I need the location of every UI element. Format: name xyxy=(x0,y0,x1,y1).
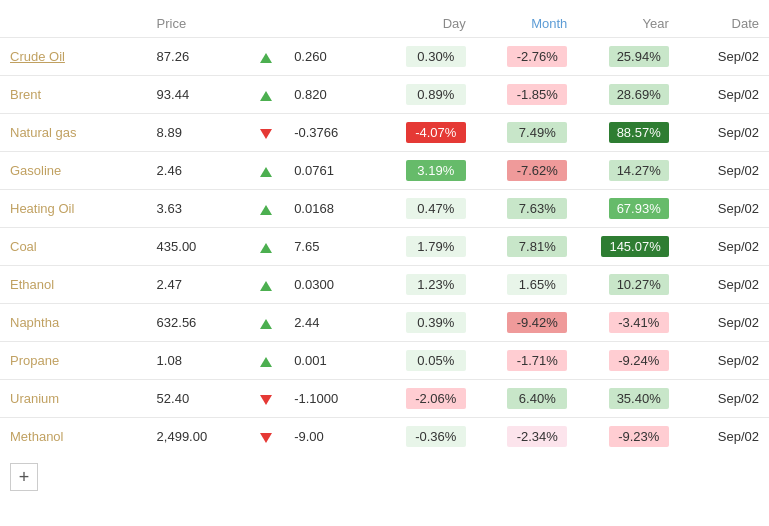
commodity-price: 2,499.00 xyxy=(147,418,248,456)
commodity-name: Coal xyxy=(0,228,147,266)
commodity-price: 2.46 xyxy=(147,152,248,190)
arrow-up-icon xyxy=(260,167,272,177)
commodity-month: -2.34% xyxy=(476,418,577,456)
arrow-down-icon xyxy=(260,129,272,139)
arrow-up-icon xyxy=(260,357,272,367)
table-row: Brent93.440.8200.89%-1.85%28.69%Sep/02 xyxy=(0,76,769,114)
commodity-price: 93.44 xyxy=(147,76,248,114)
header-month: Month xyxy=(476,10,577,38)
arrow-down-icon xyxy=(260,395,272,405)
commodity-change: 0.820 xyxy=(284,76,374,114)
header-name xyxy=(0,10,147,38)
table-row: Uranium52.40-1.1000-2.06%6.40%35.40%Sep/… xyxy=(0,380,769,418)
commodity-year: -9.23% xyxy=(577,418,678,456)
header-change xyxy=(284,10,374,38)
commodity-date: Sep/02 xyxy=(679,152,769,190)
commodity-arrow xyxy=(248,38,284,76)
commodity-day: 3.19% xyxy=(374,152,475,190)
table-row: Naphtha632.562.440.39%-9.42%-3.41%Sep/02 xyxy=(0,304,769,342)
commodity-day: 1.23% xyxy=(374,266,475,304)
commodity-name[interactable]: Crude Oil xyxy=(0,38,147,76)
commodity-day: 0.89% xyxy=(374,76,475,114)
commodity-arrow xyxy=(248,114,284,152)
commodity-change: 7.65 xyxy=(284,228,374,266)
commodity-name: Uranium xyxy=(0,380,147,418)
table-row: Gasoline2.460.07613.19%-7.62%14.27%Sep/0… xyxy=(0,152,769,190)
commodity-day: 0.39% xyxy=(374,304,475,342)
commodity-date: Sep/02 xyxy=(679,114,769,152)
commodity-arrow xyxy=(248,76,284,114)
commodity-day: -2.06% xyxy=(374,380,475,418)
commodity-change: 0.0168 xyxy=(284,190,374,228)
commodity-month: -1.85% xyxy=(476,76,577,114)
commodity-year: 14.27% xyxy=(577,152,678,190)
commodity-price: 3.63 xyxy=(147,190,248,228)
header-price: Price xyxy=(147,10,248,38)
commodity-price: 87.26 xyxy=(147,38,248,76)
commodity-month: -1.71% xyxy=(476,342,577,380)
commodity-year: 10.27% xyxy=(577,266,678,304)
commodity-month: 7.81% xyxy=(476,228,577,266)
commodity-arrow xyxy=(248,380,284,418)
commodity-arrow xyxy=(248,266,284,304)
commodity-date: Sep/02 xyxy=(679,228,769,266)
commodity-price: 2.47 xyxy=(147,266,248,304)
commodities-table: Price Day Month Year Date Crude Oil87.26… xyxy=(0,10,769,455)
table-row: Natural gas8.89-0.3766-4.07%7.49%88.57%S… xyxy=(0,114,769,152)
commodity-price: 632.56 xyxy=(147,304,248,342)
commodity-year: 35.40% xyxy=(577,380,678,418)
commodity-change: 2.44 xyxy=(284,304,374,342)
table-row: Ethanol2.470.03001.23%1.65%10.27%Sep/02 xyxy=(0,266,769,304)
commodity-day: 0.30% xyxy=(374,38,475,76)
commodity-day: -0.36% xyxy=(374,418,475,456)
commodity-price: 8.89 xyxy=(147,114,248,152)
arrow-up-icon xyxy=(260,205,272,215)
commodities-table-container: Price Day Month Year Date Crude Oil87.26… xyxy=(0,0,769,526)
arrow-up-icon xyxy=(260,53,272,63)
commodity-date: Sep/02 xyxy=(679,76,769,114)
commodity-arrow xyxy=(248,304,284,342)
arrow-up-icon xyxy=(260,243,272,253)
commodity-price: 1.08 xyxy=(147,342,248,380)
commodity-name: Naphtha xyxy=(0,304,147,342)
commodity-month: 7.49% xyxy=(476,114,577,152)
commodity-change: 0.0761 xyxy=(284,152,374,190)
table-row: Crude Oil87.260.2600.30%-2.76%25.94%Sep/… xyxy=(0,38,769,76)
arrow-up-icon xyxy=(260,281,272,291)
commodity-arrow xyxy=(248,152,284,190)
commodity-arrow xyxy=(248,228,284,266)
commodity-year: 28.69% xyxy=(577,76,678,114)
commodity-name: Ethanol xyxy=(0,266,147,304)
commodity-month: -2.76% xyxy=(476,38,577,76)
commodity-date: Sep/02 xyxy=(679,418,769,456)
commodity-year: 145.07% xyxy=(577,228,678,266)
table-row: Heating Oil3.630.01680.47%7.63%67.93%Sep… xyxy=(0,190,769,228)
commodity-day: 1.79% xyxy=(374,228,475,266)
header-arrow xyxy=(248,10,284,38)
commodity-year: -9.24% xyxy=(577,342,678,380)
commodity-name: Gasoline xyxy=(0,152,147,190)
commodity-year: 25.94% xyxy=(577,38,678,76)
commodity-date: Sep/02 xyxy=(679,266,769,304)
add-row-button[interactable]: + xyxy=(10,463,38,491)
arrow-down-icon xyxy=(260,433,272,443)
commodity-change: -0.3766 xyxy=(284,114,374,152)
commodity-change: -1.1000 xyxy=(284,380,374,418)
commodity-year: -3.41% xyxy=(577,304,678,342)
commodity-month: 1.65% xyxy=(476,266,577,304)
commodity-name: Brent xyxy=(0,76,147,114)
table-row: Methanol2,499.00-9.00-0.36%-2.34%-9.23%S… xyxy=(0,418,769,456)
commodity-name: Natural gas xyxy=(0,114,147,152)
commodity-year: 88.57% xyxy=(577,114,678,152)
commodity-date: Sep/02 xyxy=(679,380,769,418)
commodity-date: Sep/02 xyxy=(679,304,769,342)
commodity-arrow xyxy=(248,418,284,456)
commodity-arrow xyxy=(248,342,284,380)
commodity-date: Sep/02 xyxy=(679,38,769,76)
commodity-name: Propane xyxy=(0,342,147,380)
commodity-arrow xyxy=(248,190,284,228)
header-date: Date xyxy=(679,10,769,38)
commodity-change: -9.00 xyxy=(284,418,374,456)
header-year: Year xyxy=(577,10,678,38)
commodity-month: -9.42% xyxy=(476,304,577,342)
